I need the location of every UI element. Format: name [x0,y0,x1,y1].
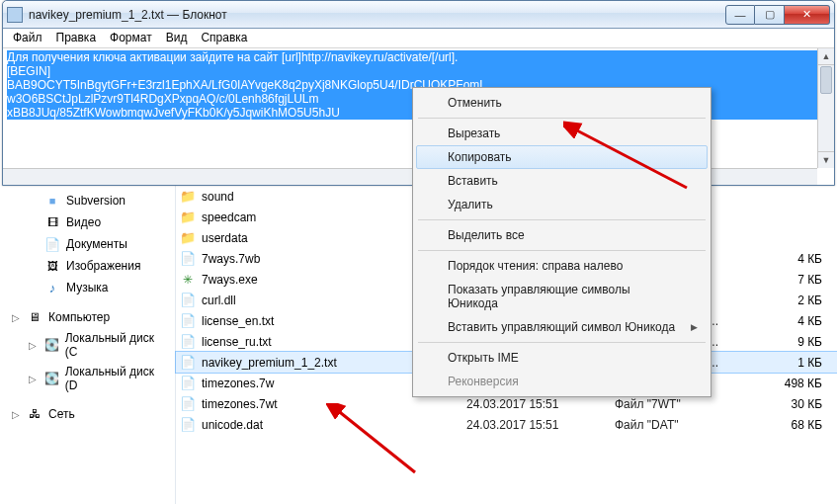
disk-icon [43,371,58,386]
tree-item[interactable]: Музыка [0,277,175,298]
menu-edit[interactable]: Правка [56,31,97,45]
doc-icon [44,236,60,252]
scroll-down-icon[interactable]: ▼ [818,151,834,168]
editor-line[interactable]: Для получения ключа активации зайдите на… [7,50,830,64]
tree-item[interactable]: ▷Компьютер [0,306,175,328]
menu-separator [418,118,706,119]
menu-separator [418,219,706,220]
menu-item[interactable]: Вставить [416,169,708,193]
net-icon [27,406,42,422]
tree-label: Локальный диск (С [65,331,165,359]
file-size: 9 КБ [763,335,832,349]
expand-icon[interactable] [28,261,39,272]
file-row[interactable]: unicode.dat24.03.2017 15:51Файл "DAT"68 … [176,414,837,435]
file-name: speedcam [202,210,256,224]
file-size: 4 КБ [763,252,832,266]
tree-item[interactable]: Subversion [0,190,175,211]
file-size: 1 КБ [763,356,832,370]
video-icon [44,214,60,230]
file-icon [180,334,196,350]
submenu-arrow-icon: ▶ [691,322,698,332]
scroll-up-icon[interactable]: ▲ [818,48,834,65]
pic-icon [44,258,60,274]
tree-label: Subversion [66,194,126,208]
close-button[interactable]: ✕ [785,5,830,25]
menu-item[interactable]: Порядок чтения: справа налево [416,254,708,278]
file-name: timezones.7w [202,377,274,390]
expand-icon[interactable]: ▷ [28,374,38,384]
menu-item[interactable]: Показать управляющие символы Юникода [416,278,708,315]
file-size: 68 КБ [763,418,832,432]
folder-icon [180,210,196,225]
expand-icon[interactable] [28,283,39,294]
tree-item[interactable]: Видео [0,211,175,233]
menu-help[interactable]: Справка [201,31,247,45]
expand-icon[interactable] [28,217,39,228]
menubar: Файл Правка Формат Вид Справка [3,29,834,48]
menu-item[interactable]: Вставить управляющий символ Юникода▶ [416,315,708,339]
tree-item[interactable]: Документы [0,233,175,255]
notepad-icon [7,7,23,23]
file-icon [180,251,196,267]
menu-item: Реконверсия [416,370,708,393]
music-icon [44,280,60,295]
expand-icon[interactable]: ▷ [10,312,21,323]
menu-file[interactable]: Файл [13,31,42,45]
file-icon [180,355,196,371]
file-type: Файл "DAT" [615,418,763,432]
file-name: timezones.7wt [202,397,278,411]
tree-label: Локальный диск (D [65,365,165,392]
file-name: curl.dll [202,294,236,307]
file-name: 7ways.7wb [202,252,260,266]
menu-item[interactable]: Удалить [416,193,708,216]
tree-label: Изображения [66,259,140,273]
editor-line[interactable]: [BEGIN] [7,64,830,78]
expand-icon[interactable] [28,196,39,207]
menu-separator [418,250,706,251]
menu-item[interactable]: Отменить [416,91,708,115]
file-name: license_ru.txt [202,335,272,349]
scroll-thumb[interactable] [820,66,832,94]
minimize-button[interactable]: — [725,5,755,25]
tree-item[interactable]: ▷Сеть [0,403,175,425]
file-name: unicode.dat [202,418,263,432]
menu-format[interactable]: Формат [110,31,152,45]
window-title: navikey_premium_1_2.txt — Блокнот [29,8,227,22]
file-size: 2 КБ [763,294,832,307]
disk-icon [43,337,58,353]
svn-icon [44,193,60,209]
file-icon [180,396,196,412]
context-menu: ОтменитьВырезатьКопироватьВставитьУдалит… [412,87,711,397]
file-icon [180,376,196,391]
tree-label: Компьютер [48,310,110,324]
file-size: 498 КБ [763,377,832,390]
computer-icon [27,309,42,325]
expand-icon[interactable]: ▷ [28,340,38,351]
tree-label: Видео [66,215,101,229]
expand-icon[interactable]: ▷ [10,409,21,420]
titlebar[interactable]: navikey_premium_1_2.txt — Блокнот — ▢ ✕ [3,1,834,29]
file-name: userdata [202,231,248,245]
file-icon [180,313,196,329]
exe-icon [180,272,196,288]
file-date: 24.03.2017 15:51 [466,397,615,411]
menu-item[interactable]: Вырезать [416,122,708,145]
tree-view: SubversionВидеоДокументыИзображенияМузык… [0,186,176,504]
menu-item[interactable]: Открыть IME [416,346,708,370]
tree-item[interactable]: ▷Локальный диск (С [0,328,175,362]
tree-item[interactable]: Изображения [0,255,175,277]
file-name: 7ways.exe [202,273,258,287]
window-buttons: — ▢ ✕ [725,5,830,25]
tree-label: Музыка [66,281,108,294]
folder-icon [180,189,196,205]
maximize-button[interactable]: ▢ [755,5,785,25]
file-size: 4 КБ [763,314,832,328]
menu-view[interactable]: Вид [166,31,188,45]
menu-item[interactable]: Выделить все [416,223,708,247]
expand-icon[interactable] [28,239,39,250]
file-name: navikey_premium_1_2.txt [202,356,337,370]
menu-separator [418,342,706,343]
tree-item[interactable]: ▷Локальный диск (D [0,362,175,395]
scrollbar-vertical[interactable]: ▲ ▼ [817,48,834,168]
menu-item[interactable]: Копировать [416,145,708,169]
